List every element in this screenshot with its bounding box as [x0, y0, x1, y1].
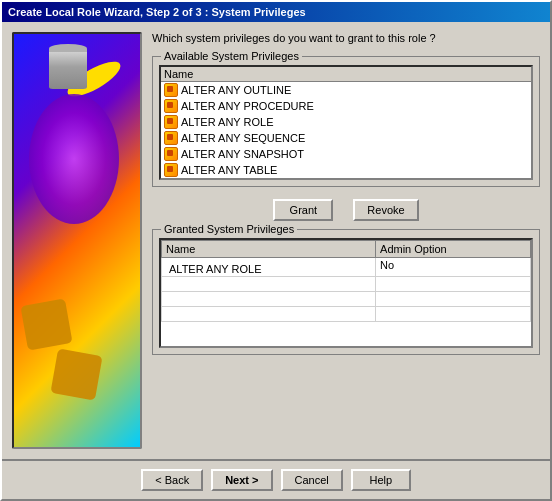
question-text: Which system privileges do you want to g…	[152, 32, 540, 44]
help-button[interactable]: Help	[351, 469, 411, 491]
ellipse-decoration	[29, 94, 119, 224]
privilege-name: ALTER ANY PROCEDURE	[181, 100, 314, 112]
title-text: Create Local Role Wizard, Step 2 of 3 : …	[8, 6, 306, 18]
list-item[interactable]: ALTER ANY SEQUENCE	[161, 130, 531, 146]
granted-col-admin: Admin Option	[376, 241, 531, 258]
wizard-window: Create Local Role Wizard, Step 2 of 3 : …	[0, 0, 552, 501]
list-item[interactable]: ALTER ANY OUTLINE	[161, 82, 531, 98]
privilege-name: ALTER ANY TABLE	[181, 164, 277, 176]
granted-row-name: ALTER ANY ROLE	[162, 258, 376, 277]
cylinder-decoration	[49, 44, 87, 89]
available-privileges-list[interactable]: Name ALTER ANY OUTLINE ALTER ANY PROCEDU…	[159, 65, 533, 180]
bottom-bar: < Back Next > Cancel Help	[2, 460, 550, 499]
available-group-label: Available System Privileges	[161, 50, 302, 62]
available-col-header: Name	[164, 68, 193, 80]
window-content: Which system privileges do you want to g…	[2, 22, 550, 459]
granted-row-admin: No	[376, 258, 531, 277]
title-bar: Create Local Role Wizard, Step 2 of 3 : …	[2, 2, 550, 22]
privilege-icon	[164, 115, 178, 129]
next-button[interactable]: Next >	[211, 469, 272, 491]
granted-col-name: Name	[162, 241, 376, 258]
mask2-decoration	[50, 348, 102, 400]
available-privileges-group: Available System Privileges Name ALTER A…	[152, 56, 540, 187]
privilege-icon	[164, 83, 178, 97]
wizard-image	[12, 32, 142, 449]
granted-table-wrapper[interactable]: Name Admin Option ALTER ANY ROLE	[159, 238, 533, 348]
list-item[interactable]: ALTER ANY PROCEDURE	[161, 98, 531, 114]
privilege-name: ALTER ANY SEQUENCE	[181, 132, 305, 144]
right-panel: Which system privileges do you want to g…	[152, 32, 540, 449]
privilege-name: ALTER ANY ROLE	[181, 116, 274, 128]
available-list-inner: Name ALTER ANY OUTLINE ALTER ANY PROCEDU…	[161, 67, 531, 178]
cancel-button[interactable]: Cancel	[281, 469, 343, 491]
revoke-button[interactable]: Revoke	[353, 199, 418, 221]
granted-table: Name Admin Option ALTER ANY ROLE	[161, 240, 531, 322]
granted-group-label: Granted System Privileges	[161, 223, 297, 235]
list-header-row: Name	[161, 67, 531, 82]
back-button[interactable]: < Back	[141, 469, 203, 491]
grant-revoke-row: Grant Revoke	[152, 199, 540, 221]
privilege-name: ALTER ANY OUTLINE	[181, 84, 291, 96]
privilege-name: ALTER ANY SNAPSHOT	[181, 148, 304, 160]
mask1-decoration	[20, 298, 72, 350]
privilege-icon	[164, 99, 178, 113]
privilege-icon	[164, 131, 178, 145]
granted-privilege-name: ALTER ANY ROLE	[169, 263, 262, 275]
privilege-icon	[164, 147, 178, 161]
privilege-icon	[164, 163, 178, 177]
list-item[interactable]: ALTER ANY ROLE	[161, 114, 531, 130]
table-row-empty-3	[162, 307, 531, 322]
table-row-empty-1	[162, 277, 531, 292]
granted-privileges-group: Granted System Privileges Name Admin Opt…	[152, 229, 540, 355]
list-item[interactable]: ALTER ANY TABLE	[161, 162, 531, 178]
list-item[interactable]: ALTER ANY SNAPSHOT	[161, 146, 531, 162]
table-row[interactable]: ALTER ANY ROLE No	[162, 258, 531, 277]
table-row-empty-2	[162, 292, 531, 307]
grant-button[interactable]: Grant	[273, 199, 333, 221]
